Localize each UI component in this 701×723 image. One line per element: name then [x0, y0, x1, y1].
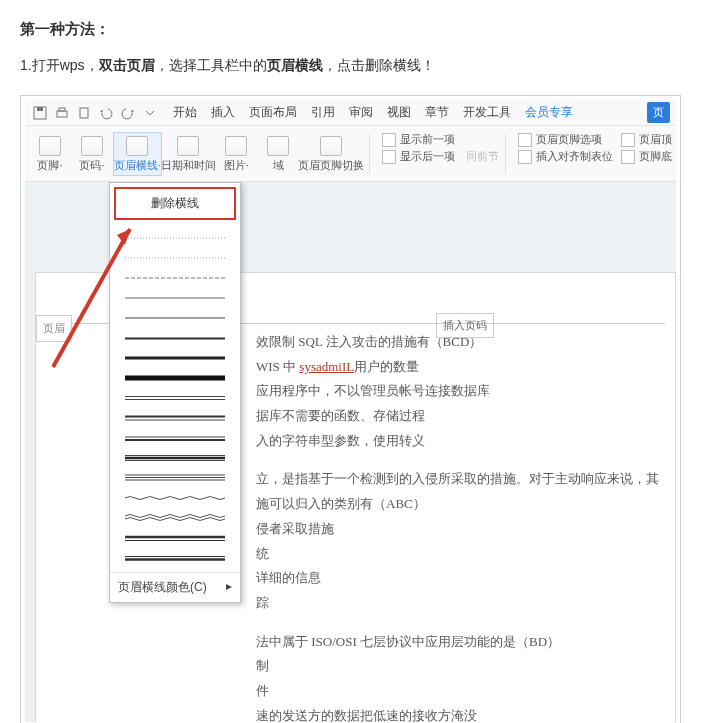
quick-access-toolbar: 开始 插入 页面布局 引用 审阅 视图 章节 开发工具 会员专享 页 [25, 100, 676, 126]
doc-line: 详细的信息 [256, 566, 665, 591]
divider [369, 134, 370, 174]
header-footer-options-button[interactable]: 页眉页脚选项 [518, 132, 613, 147]
line-style-option[interactable] [110, 528, 240, 548]
line-style-option[interactable] [110, 388, 240, 408]
tab-view[interactable]: 视图 [387, 104, 411, 121]
line-color-option[interactable]: 页眉横线颜色(C) ▸ [110, 572, 240, 602]
tab-sections[interactable]: 章节 [425, 104, 449, 121]
switch-label: 页眉页脚切换 [298, 158, 364, 173]
line-color-label: 页眉横线颜色(C) [118, 580, 207, 594]
options-label: 页眉页脚选项 [536, 132, 602, 147]
instr-bold: 页眉横线 [267, 57, 323, 73]
instr-part: ，点击删除横线！ [323, 57, 435, 73]
tab-devtools[interactable]: 开发工具 [463, 104, 511, 121]
insert-align-tab-button[interactable]: 插入对齐制表位 [518, 149, 613, 164]
header-line-label: 页眉横线· [114, 158, 161, 173]
save-icon[interactable] [31, 104, 49, 122]
doc-line: WIS 中 sysadmiIL用户的数量 [256, 355, 665, 380]
field-button[interactable]: 域 [257, 132, 299, 176]
doc-line: 入的字符串型参数，使用转义 [256, 429, 665, 454]
date-time-label: 日期和时间 [161, 158, 216, 173]
header-top-label: 页眉顶 [639, 132, 672, 147]
line-style-option[interactable] [110, 428, 240, 448]
doc-line: 立，是指基于一个检测到的入侵所采取的措施。对于主动响应来说，其 [256, 467, 665, 492]
method-title: 第一种方法： [20, 20, 681, 39]
doc-line: 侵者采取措施 [256, 517, 665, 542]
doc-line: 踪 [256, 591, 665, 616]
tab-vip[interactable]: 会员专享 [525, 104, 573, 121]
undo-icon[interactable] [97, 104, 115, 122]
picture-label: 图片· [224, 158, 249, 173]
line-style-list [110, 224, 240, 572]
instr-part: 1.打开wps， [20, 57, 99, 73]
tab-header-footer[interactable]: 页 [647, 102, 670, 123]
show-next-button[interactable]: 显示后一项 同前节 [382, 149, 499, 164]
line-style-option[interactable] [110, 508, 240, 528]
line-style-option[interactable] [110, 348, 240, 368]
doc-line: 速的发送方的数据把低速的接收方淹没 [256, 704, 665, 722]
align-tab-label: 插入对齐制表位 [536, 149, 613, 164]
ribbon-tabs: 开始 插入 页面布局 引用 审阅 视图 章节 开发工具 会员专享 [173, 104, 573, 121]
line-style-option[interactable] [110, 488, 240, 508]
ribbon: 页脚· 页码· 页眉横线· 日期和时间 图片· 域 页眉页脚切换 显示前一项 显… [25, 126, 676, 182]
page-icon[interactable] [75, 104, 93, 122]
show-prev-button[interactable]: 显示前一项 [382, 132, 499, 147]
svg-rect-4 [80, 108, 88, 118]
header-top-button[interactable]: 页眉顶 [621, 132, 672, 147]
header-line-button[interactable]: 页眉横线· [113, 132, 162, 176]
page-number-button[interactable]: 页码· [71, 132, 113, 176]
show-next-label: 显示后一项 [400, 149, 455, 164]
document-workspace: 删除横线 页眉横线颜色(C) ▸ [25, 182, 676, 722]
instr-bold: 双击页眉 [99, 57, 155, 73]
line-style-option[interactable] [110, 448, 240, 468]
line-style-option[interactable] [110, 408, 240, 428]
misspelled-word: sysadmiIL [299, 359, 354, 374]
line-style-option[interactable] [110, 288, 240, 308]
insert-page-number-button[interactable]: 插入页码 [436, 313, 494, 338]
tab-start[interactable]: 开始 [173, 104, 197, 121]
line-style-option[interactable] [110, 548, 240, 568]
picture-button[interactable]: 图片· [215, 132, 257, 176]
footer-button[interactable]: 页脚· [29, 132, 71, 176]
options-stack: 页眉页脚选项 插入对齐制表位 [518, 132, 613, 164]
line-style-option[interactable] [110, 228, 240, 248]
page-number-label: 页码· [79, 158, 104, 173]
position-stack: 页眉顶 页脚底 [621, 132, 672, 164]
doc-line: 施可以归入的类别有（ABC） [256, 492, 665, 517]
tab-page-layout[interactable]: 页面布局 [249, 104, 297, 121]
tab-review[interactable]: 审阅 [349, 104, 373, 121]
footer-label: 页脚· [37, 158, 62, 173]
footer-bottom-label: 页脚底 [639, 149, 672, 164]
redo-icon[interactable] [119, 104, 137, 122]
line-style-option[interactable] [110, 268, 240, 288]
instruction-text: 1.打开wps，双击页眉，选择工具栏中的页眉横线，点击删除横线！ [20, 57, 681, 75]
footer-bottom-button[interactable]: 页脚底 [621, 149, 672, 164]
show-prev-label: 显示前一项 [400, 132, 455, 147]
doc-line: 制 [256, 654, 665, 679]
doc-line: 统 [256, 542, 665, 567]
line-style-option[interactable] [110, 248, 240, 268]
doc-line: 法中属于 ISO/OSI 七层协议中应用层功能的是（BD） [256, 630, 665, 655]
tab-references[interactable]: 引用 [311, 104, 335, 121]
doc-line: 件 [256, 679, 665, 704]
doc-line: 应用程序中，不以管理员帐号连接数据库 [256, 379, 665, 404]
tab-insert[interactable]: 插入 [211, 104, 235, 121]
chevron-down-icon[interactable] [141, 104, 159, 122]
line-style-option[interactable] [110, 368, 240, 388]
svg-rect-1 [37, 107, 43, 111]
line-style-option[interactable] [110, 328, 240, 348]
nav-stack: 显示前一项 显示后一项 同前节 [382, 132, 499, 164]
svg-rect-2 [57, 111, 67, 117]
header-footer-switch-button[interactable]: 页眉页脚切换 [299, 132, 363, 176]
delete-line-option[interactable]: 删除横线 [114, 187, 236, 220]
instr-part: ，选择工具栏中的 [155, 57, 267, 73]
header-tag: 页眉 [36, 315, 72, 342]
field-label: 域 [273, 158, 284, 173]
print-icon[interactable] [53, 104, 71, 122]
svg-rect-3 [59, 108, 65, 111]
same-section-label: 同前节 [466, 149, 499, 164]
line-style-option[interactable] [110, 468, 240, 488]
date-time-button[interactable]: 日期和时间 [162, 132, 216, 176]
screenshot-container: 开始 插入 页面布局 引用 审阅 视图 章节 开发工具 会员专享 页 页脚· 页… [20, 95, 681, 723]
line-style-option[interactable] [110, 308, 240, 328]
